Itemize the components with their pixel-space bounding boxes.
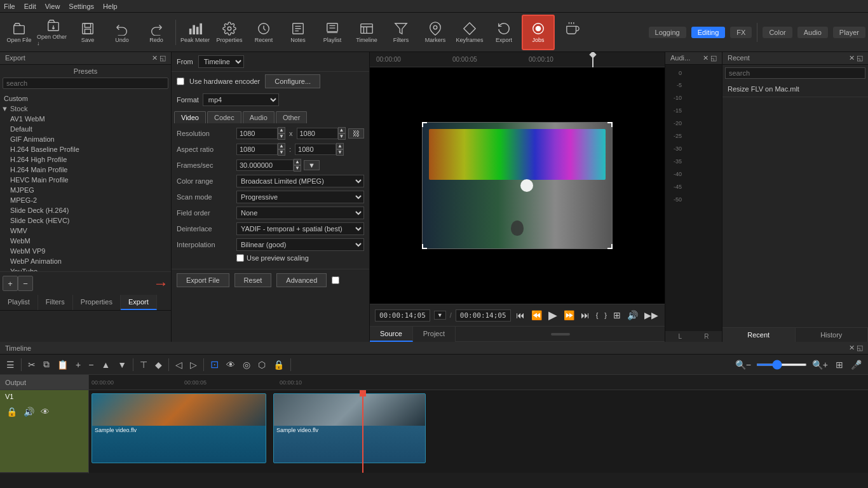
tl-snap-button[interactable]: ⊡ bbox=[208, 357, 221, 372]
preset-av1-webm[interactable]: AV1 WebM bbox=[0, 114, 171, 124]
export-button[interactable]: Jobs bbox=[522, 15, 555, 50]
interpolation-select[interactable]: Bilinear (good) bbox=[236, 238, 364, 251]
preview-scaling-checkbox[interactable] bbox=[236, 254, 244, 262]
aspect-w-stepper[interactable]: ▲ ▼ bbox=[236, 143, 285, 156]
preset-slide-h264[interactable]: Slide Deck (H.264) bbox=[0, 205, 171, 215]
mode-audio[interactable]: Audio bbox=[797, 27, 828, 38]
deinterlace-select[interactable]: YADIF - temporal + spatial (best) bbox=[236, 222, 364, 235]
skip-start-button[interactable]: ⏮ bbox=[515, 309, 526, 322]
time-mode-btn[interactable]: ▼ bbox=[434, 311, 446, 320]
sub-tab-export[interactable]: Export bbox=[121, 295, 157, 310]
video-clip-1[interactable]: Sample video.flv bbox=[273, 393, 426, 463]
fit-button[interactable]: ⊞ bbox=[833, 358, 846, 371]
tab-recent[interactable]: Recent bbox=[722, 328, 796, 342]
volume-button[interactable]: 🔊 bbox=[626, 309, 639, 322]
preset-mpeg2[interactable]: MPEG-2 bbox=[0, 195, 171, 205]
remove-preset-button[interactable]: − bbox=[18, 276, 33, 291]
resolution-w-down[interactable]: ▼ bbox=[278, 133, 285, 140]
tab-video[interactable]: Video bbox=[174, 111, 206, 123]
tl-loop-button[interactable]: ◎ bbox=[240, 358, 253, 371]
tl-next-button[interactable]: ▷ bbox=[187, 358, 200, 371]
tl-remove-button[interactable]: − bbox=[86, 358, 96, 371]
zoom-in-button[interactable]: 🔍+ bbox=[810, 358, 831, 371]
tl-ripple-button[interactable]: 👁 bbox=[224, 358, 238, 371]
tl-post-button[interactable]: ⬡ bbox=[255, 358, 268, 371]
jobs-button[interactable]: Jobs bbox=[556, 15, 589, 50]
preset-webp[interactable]: WebP Animation bbox=[0, 256, 171, 266]
tab-history[interactable]: History bbox=[796, 328, 869, 342]
tl-marker-button[interactable]: ◆ bbox=[153, 358, 165, 371]
hw-encoder-checkbox[interactable] bbox=[177, 78, 184, 85]
tl-menu-button[interactable]: ☰ bbox=[4, 358, 17, 371]
aspect-h-stepper[interactable]: ▲ ▼ bbox=[295, 143, 344, 156]
open-file-button[interactable]: Open File bbox=[3, 15, 36, 50]
resolution-w-stepper[interactable]: ▲ ▼ bbox=[236, 127, 285, 140]
menu-file[interactable]: File bbox=[4, 3, 15, 10]
presets-search[interactable] bbox=[3, 78, 168, 89]
undo-button[interactable]: Undo bbox=[105, 15, 139, 50]
resize-handle[interactable] bbox=[551, 333, 570, 336]
resolution-aspect-lock[interactable]: ⛓ bbox=[348, 128, 364, 139]
menu-help[interactable]: Help bbox=[103, 3, 118, 10]
add-preset-button[interactable]: + bbox=[3, 276, 18, 291]
preset-slide-hevc[interactable]: Slide Deck (HEVC) bbox=[0, 215, 171, 226]
tab-codec[interactable]: Codec bbox=[207, 111, 241, 123]
preset-h264-main[interactable]: H.264 Main Profile bbox=[0, 165, 171, 175]
fps-up[interactable]: ▲ bbox=[294, 159, 301, 165]
menu-settings[interactable]: Settings bbox=[69, 3, 94, 10]
color-range-select[interactable]: Broadcast Limited (MPEG) bbox=[236, 175, 364, 187]
preset-gif[interactable]: GIF Animation bbox=[0, 134, 171, 144]
time-current[interactable]: 00:00:14;05 bbox=[375, 309, 430, 322]
tab-other[interactable]: Other bbox=[276, 111, 308, 123]
preset-webm-vp9[interactable]: WebM VP9 bbox=[0, 246, 171, 256]
open-other-button[interactable]: Open Other ↓ bbox=[37, 15, 70, 50]
advanced-button[interactable]: Advanced bbox=[276, 273, 327, 287]
sub-tab-properties[interactable]: Properties bbox=[73, 295, 121, 310]
notes-button[interactable]: Notes bbox=[281, 15, 315, 50]
aspect-h-down[interactable]: ▼ bbox=[336, 149, 344, 156]
menu-view[interactable]: View bbox=[45, 3, 60, 10]
markers-button[interactable]: Markers bbox=[419, 15, 452, 50]
mode-player[interactable]: Player bbox=[833, 27, 865, 38]
preset-wmv[interactable]: WMV bbox=[0, 226, 171, 236]
redo-button[interactable]: Redo bbox=[140, 15, 173, 50]
preset-webm[interactable]: WebM bbox=[0, 236, 171, 246]
mode-fx[interactable]: FX bbox=[730, 27, 752, 38]
mode-logging[interactable]: Logging bbox=[649, 27, 686, 38]
tl-copy-button[interactable]: ⧉ bbox=[41, 358, 52, 371]
tl-lock-button[interactable]: 🔒 bbox=[271, 358, 287, 371]
preset-list[interactable]: Custom ▼ Stock AV1 WebM Default GIF Anim… bbox=[0, 93, 171, 271]
preset-custom[interactable]: Custom bbox=[0, 93, 171, 104]
zoom-slider[interactable] bbox=[756, 363, 807, 366]
next-frame-button[interactable]: ⏩ bbox=[562, 309, 576, 322]
resolution-h-up[interactable]: ▲ bbox=[338, 127, 346, 133]
out-point-button[interactable]: } bbox=[603, 310, 608, 320]
tl-down-button[interactable]: ▼ bbox=[115, 358, 129, 371]
video-clip-0[interactable]: Sample video.flv bbox=[92, 393, 266, 463]
scan-mode-select[interactable]: Progressive bbox=[236, 191, 364, 203]
preset-hevc[interactable]: HEVC Main Profile bbox=[0, 175, 171, 185]
configure-button[interactable]: Configure... bbox=[265, 74, 320, 88]
preset-default[interactable]: Default bbox=[0, 124, 171, 134]
timeline-button[interactable]: Timeline bbox=[350, 15, 383, 50]
resolution-h-input[interactable] bbox=[297, 128, 338, 139]
resolution-h-stepper[interactable]: ▲ ▼ bbox=[297, 127, 346, 140]
zoom-out-button[interactable]: 🔍− bbox=[733, 358, 754, 371]
tl-up-button[interactable]: ▲ bbox=[98, 358, 112, 371]
export-file-button[interactable]: Export File bbox=[177, 273, 229, 287]
aspect-h-input[interactable] bbox=[295, 144, 336, 155]
sub-tab-playlist[interactable]: Playlist bbox=[0, 295, 38, 310]
aspect-w-down[interactable]: ▼ bbox=[278, 149, 285, 156]
tl-cut-button[interactable]: ✂ bbox=[25, 358, 38, 371]
tl-add-button[interactable]: + bbox=[73, 358, 83, 371]
mic-button[interactable]: 🎤 bbox=[848, 358, 864, 371]
recent-button[interactable]: Recent bbox=[247, 15, 280, 50]
format-select[interactable]: mp4 bbox=[203, 93, 279, 106]
tab-project[interactable]: Project bbox=[413, 327, 456, 342]
tl-split-button[interactable]: ⊤ bbox=[137, 358, 150, 371]
playlist-button[interactable]: Playlist bbox=[316, 15, 349, 50]
preset-group-stock[interactable]: ▼ Stock bbox=[0, 104, 171, 114]
skip-end-button[interactable]: ⏭ bbox=[580, 309, 591, 322]
keyframes-button[interactable]: Keyframes bbox=[453, 15, 486, 50]
tl-prev-button[interactable]: ◁ bbox=[173, 358, 185, 371]
